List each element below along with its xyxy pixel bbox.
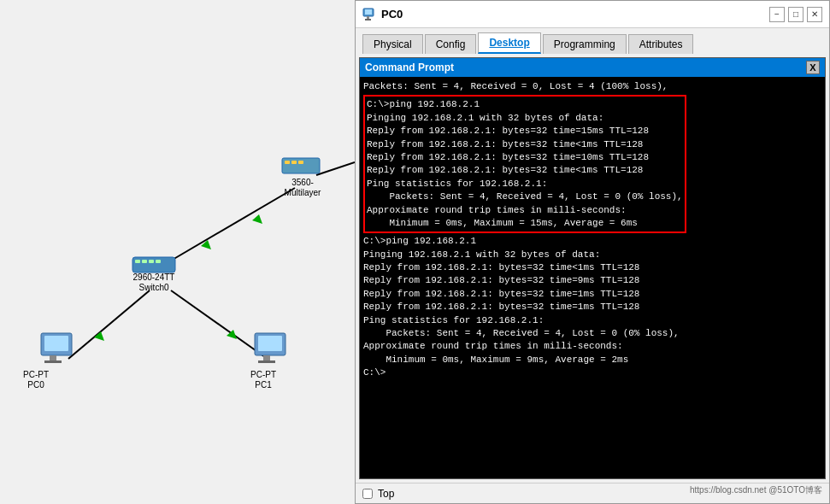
top-checkbox[interactable]: [362, 489, 373, 499]
network-area: PC-PT PC0 PC-PT PC1 2960-24TT Switch0: [0, 0, 355, 504]
pc0-title-left: PC0: [362, 8, 403, 21]
svg-rect-21: [282, 158, 320, 173]
cmd-line: Packets: Sent = 4, Received = 4, Lost = …: [367, 190, 683, 203]
cmd-line: C:\>ping 192.168.2.1: [363, 235, 821, 248]
cmd-line: Reply from 192.168.2.1: bytes=32 time=15…: [367, 125, 683, 138]
multilayer-label: 3560-: [291, 178, 314, 187]
watermark: https://blog.csdn.net @51OTO博客: [690, 484, 822, 496]
svg-rect-24: [298, 161, 303, 164]
maximize-button[interactable]: □: [788, 7, 804, 22]
pc0-sublabel: PC0: [27, 380, 44, 390]
cmd-titlebar: Command Prompt X: [360, 58, 825, 77]
svg-line-3: [316, 162, 355, 175]
cmd-line: C:\>: [363, 366, 821, 379]
cmd-window: Command Prompt X Packets: Sent = 4, Rece…: [359, 57, 826, 479]
svg-rect-22: [285, 161, 290, 164]
cmd-line: Reply from 192.168.2.1: bytes=32 time<1m…: [367, 138, 683, 151]
cmd-line: Reply from 192.168.2.1: bytes=32 time<1m…: [367, 164, 683, 177]
cmd-line: Ping statistics for 192.168.2.1:: [363, 314, 821, 327]
svg-line-2: [167, 188, 295, 263]
svg-marker-7: [252, 214, 262, 224]
svg-rect-15: [258, 360, 275, 363]
svg-rect-17: [135, 260, 140, 263]
svg-rect-9: [44, 336, 68, 351]
pc0-icon: [362, 8, 376, 21]
switch0-label: 2960-24TT: [133, 273, 175, 282]
pc0-label: PC-PT: [23, 370, 49, 379]
close-button[interactable]: ✕: [807, 7, 822, 22]
cmd-line: Reply from 192.168.2.1: bytes=32 time=10…: [367, 151, 683, 164]
cmd-line: Reply from 192.168.2.1: bytes=32 time=1m…: [363, 301, 821, 314]
svg-rect-11: [44, 360, 62, 363]
cmd-line: Ping statistics for 192.168.2.1:: [367, 178, 683, 190]
svg-rect-10: [50, 355, 56, 360]
svg-rect-23: [291, 161, 297, 164]
cmd-line: Approximate round trip times in milli-se…: [363, 340, 821, 353]
pc1-label: PC-PT: [250, 370, 276, 379]
cmd-line: Pinging 192.168.2.1 with 32 bytes of dat…: [363, 249, 821, 261]
cmd-line: Reply from 192.168.2.1: bytes=32 time=1m…: [363, 288, 821, 301]
pc0-window-controls: − □ ✕: [769, 7, 822, 22]
svg-line-1: [171, 290, 265, 357]
pc0-title-text: PC0: [381, 8, 403, 21]
cmd-line: Minimum = 0ms, Maximum = 9ms, Average = …: [363, 354, 821, 366]
cmd-close-button[interactable]: X: [806, 61, 820, 74]
svg-rect-26: [365, 9, 372, 15]
cmd-line: C:\>ping 192.168.2.1: [367, 98, 683, 111]
svg-line-0: [68, 290, 150, 359]
tab-programming[interactable]: Programming: [543, 34, 627, 54]
pc1-sublabel: PC1: [255, 380, 272, 390]
svg-rect-18: [142, 260, 147, 263]
svg-rect-28: [365, 19, 371, 21]
switch0-sublabel: Switch0: [138, 283, 168, 292]
cmd-body[interactable]: Packets: Sent = 4, Received = 0, Lost = …: [360, 77, 825, 478]
cmd-line: Packets: Sent = 4, Received = 0, Lost = …: [363, 80, 821, 93]
pc0-content: Command Prompt X Packets: Sent = 4, Rece…: [356, 54, 829, 483]
cmd-line: Reply from 192.168.2.1: bytes=32 time=9m…: [363, 274, 821, 287]
bottom-bar: Top https://blog.csdn.net @51OTO博客: [356, 483, 829, 503]
cmd-line: Approximate round trip times in milli-se…: [367, 204, 683, 217]
svg-rect-19: [149, 260, 154, 263]
tab-config[interactable]: Config: [425, 34, 477, 54]
pc0-tabs: Physical Config Desktop Programming Attr…: [356, 28, 829, 54]
cmd-line: Reply from 192.168.2.1: bytes=32 time<1m…: [363, 261, 821, 274]
network-diagram: PC-PT PC0 PC-PT PC1 2960-24TT Switch0: [0, 0, 355, 504]
cmd-line: Minimum = 0ms, Maximum = 15ms, Average =…: [367, 217, 683, 230]
svg-rect-13: [258, 336, 282, 351]
top-label[interactable]: Top: [378, 488, 394, 500]
tab-physical[interactable]: Physical: [362, 34, 423, 54]
tab-attributes[interactable]: Attributes: [628, 34, 694, 54]
cmd-line: Packets: Sent = 4, Received = 4, Lost = …: [363, 327, 821, 340]
cmd-line: Pinging 192.168.2.1 with 32 bytes of dat…: [367, 112, 683, 125]
cmd-title: Command Prompt: [365, 62, 454, 73]
svg-rect-20: [156, 260, 161, 263]
pc0-titlebar: PC0 − □ ✕: [356, 1, 829, 28]
svg-rect-27: [367, 16, 369, 19]
minimize-button[interactable]: −: [769, 7, 785, 22]
svg-rect-16: [132, 257, 175, 273]
svg-rect-14: [263, 355, 270, 360]
multilayer-sublabel: Multilayer: [285, 188, 321, 197]
pc0-window: PC0 − □ ✕ Physical Config Desktop Progra…: [355, 0, 830, 504]
tab-desktop[interactable]: Desktop: [478, 32, 540, 54]
